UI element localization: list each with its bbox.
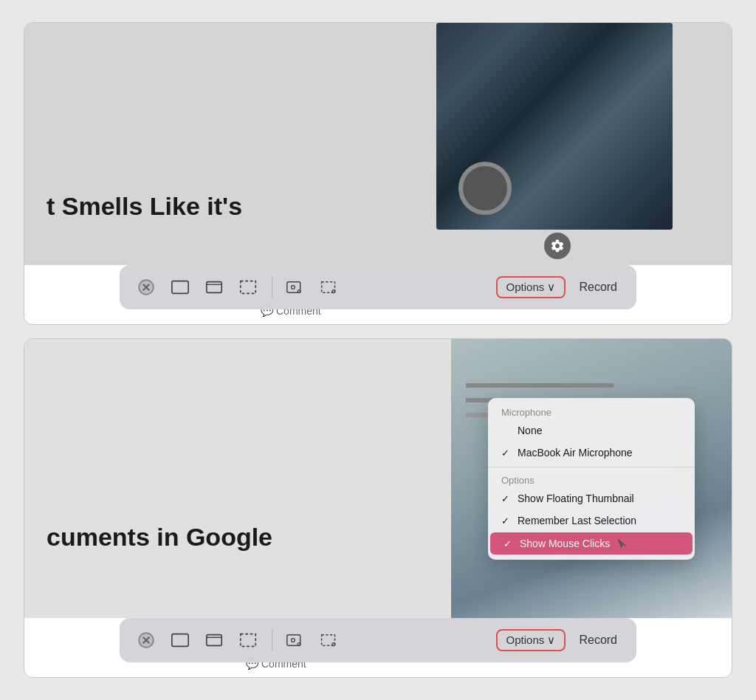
check-floating: ✓ (501, 493, 513, 504)
screen-record-camera-button-bottom[interactable] (283, 627, 309, 653)
svg-rect-16 (207, 635, 221, 646)
bottom-panel: cuments in Google (24, 338, 732, 678)
menu-item-floating-thumbnail[interactable]: ✓ Show Floating Thumbnail (488, 487, 695, 509)
menu-item-macbook-air-mic[interactable]: ✓ MacBook Air Microphone (488, 442, 695, 464)
toolbar-divider-bottom (272, 629, 272, 651)
selection-record-button-bottom[interactable] (317, 627, 343, 653)
bottom-toolbar: Options ∨ Record (120, 618, 636, 662)
record-button-bottom[interactable]: Record (573, 631, 623, 650)
svg-point-11 (332, 290, 335, 293)
bottom-heading: cuments in Google (47, 523, 272, 552)
menu-item-remember-selection[interactable]: ✓ Remember Last Selection (488, 509, 695, 532)
svg-point-20 (292, 639, 295, 642)
selection-capture-button-bottom[interactable] (235, 627, 261, 653)
svg-rect-3 (172, 281, 188, 294)
menu-item-show-mouse-clicks[interactable]: ✓ Show Mouse Clicks (490, 532, 693, 555)
svg-point-23 (332, 643, 335, 646)
camera-icon (544, 233, 571, 259)
window-capture-button-bottom[interactable] (201, 627, 227, 653)
toolbar-divider (272, 276, 272, 298)
top-panel: t Smells Like it's (24, 22, 732, 325)
check-macbook-mic: ✓ (501, 447, 513, 459)
selection-record-button[interactable] (317, 274, 343, 301)
screen-record-camera-button[interactable] (283, 274, 309, 301)
check-remember: ✓ (501, 515, 513, 526)
top-photo (436, 23, 673, 230)
svg-rect-15 (172, 634, 188, 647)
menu-separator-1 (488, 467, 695, 467)
close-button-bottom[interactable] (133, 627, 159, 653)
svg-point-8 (292, 286, 295, 289)
check-mouse-clicks: ✓ (504, 538, 515, 549)
svg-point-9 (298, 290, 300, 293)
record-button[interactable]: Record (573, 278, 623, 297)
close-button[interactable] (133, 274, 159, 301)
top-toolbar: Options ∨ Record (120, 265, 636, 309)
svg-rect-18 (241, 634, 255, 647)
fullscreen-capture-button[interactable] (167, 274, 193, 301)
options-section-label: Options (488, 470, 695, 487)
window-capture-button[interactable] (201, 274, 227, 301)
svg-rect-4 (207, 282, 221, 293)
options-button[interactable]: Options ∨ (496, 276, 566, 298)
options-dropdown: Microphone None ✓ MacBook Air Microphone… (488, 398, 695, 560)
svg-point-21 (298, 643, 300, 646)
top-heading: t Smells Like it's (47, 192, 242, 221)
cursor-icon (617, 538, 628, 549)
options-button-bottom[interactable]: Options ∨ (496, 629, 566, 651)
selection-capture-button[interactable] (235, 274, 261, 301)
fullscreen-capture-button-bottom[interactable] (167, 627, 193, 653)
main-wrapper: t Smells Like it's (24, 22, 732, 678)
svg-rect-6 (241, 281, 255, 294)
check-none (501, 425, 513, 436)
menu-item-none[interactable]: None (488, 419, 695, 442)
microphone-section-label: Microphone (488, 402, 695, 419)
top-background: t Smells Like it's (24, 23, 732, 265)
